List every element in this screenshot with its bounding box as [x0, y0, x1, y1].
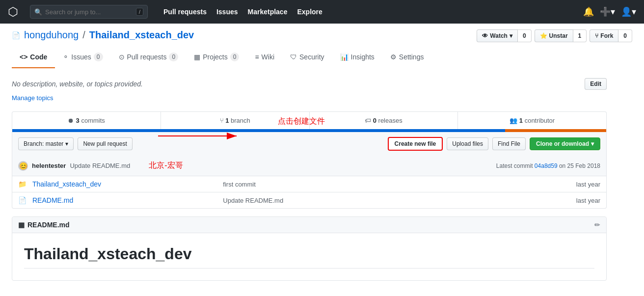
pr-badge: 0: [169, 53, 178, 61]
readme-edit-icon[interactable]: ✏: [594, 221, 600, 229]
readme-icon: ▦: [18, 221, 25, 229]
repo-description-row: No description, website, or topics provi…: [12, 78, 607, 90]
commits-count: 3: [76, 117, 80, 124]
releases-stat[interactable]: 🏷 0 releases: [310, 112, 458, 129]
branch-icon: ⑂: [220, 117, 224, 124]
nav-explore[interactable]: Explore: [297, 8, 322, 16]
nav-marketplace[interactable]: Marketplace: [248, 8, 288, 16]
toolbar: Branch: master ▾ New pull request 点击创建文件…: [12, 132, 607, 156]
tab-projects[interactable]: ▦ Projects 0: [186, 47, 247, 68]
upload-files-button[interactable]: Upload files: [447, 137, 488, 150]
repo-description-text: No description, website, or topics provi…: [12, 80, 143, 88]
clone-label: Clone or download: [536, 140, 589, 147]
github-logo-icon[interactable]: ⬡: [8, 5, 18, 19]
readme-content: Thailand_xsteach_dev: [12, 233, 606, 280]
manage-topics-link[interactable]: Manage topics: [12, 94, 54, 102]
tab-issues[interactable]: ⚬ Issues 0: [55, 47, 110, 68]
search-icon: 🔍: [34, 8, 42, 16]
header-right: 🔔 ➕▾ 👤▾: [583, 6, 636, 17]
tag-icon: 🏷: [365, 117, 371, 124]
releases-label: releases: [378, 117, 402, 124]
fork-button[interactable]: ⑂ Fork: [590, 29, 618, 42]
security-icon: 🛡: [290, 53, 297, 61]
branch-selector-label: Branch: master: [24, 140, 63, 147]
fork-group: ⑂ Fork 0: [590, 29, 632, 42]
file-name-link[interactable]: Thailand_xsteach_dev: [32, 180, 219, 188]
nav-pull-requests[interactable]: Pull requests: [163, 8, 207, 16]
stats-bar: ⏺ 3 commits ⑂ 1 branch 🏷 0 releases 👥 1 …: [12, 111, 607, 132]
watch-group: 👁 Watch ▾ 0: [477, 29, 531, 42]
branch-selector[interactable]: Branch: master ▾: [18, 137, 74, 150]
file-table: 😊 helentester Update README.md 北京-宏哥 Lat…: [12, 156, 607, 209]
unstar-button[interactable]: ⭐ Unstar: [535, 29, 573, 42]
nav-issues[interactable]: Issues: [216, 8, 238, 16]
bell-icon[interactable]: 🔔: [583, 6, 594, 17]
main-content: No description, website, or topics provi…: [0, 68, 618, 291]
author-avatar: 😊: [18, 161, 28, 171]
fork-count[interactable]: 0: [618, 29, 632, 42]
readme-header: ▦ README.md ✏: [12, 217, 606, 233]
commit-author[interactable]: helentester: [32, 162, 66, 169]
beijing-annotation: 北京-宏哥: [149, 161, 183, 171]
search-box: 🔍 /: [30, 5, 148, 19]
file-row: 📁 Thailand_xsteach_dev first commit last…: [12, 176, 606, 192]
tab-settings[interactable]: ⚙ Settings: [382, 47, 432, 68]
star-group: ⭐ Unstar 1: [535, 29, 587, 42]
settings-icon: ⚙: [390, 53, 397, 61]
chevron-icon: ▾: [510, 32, 512, 39]
commit-right: Latest commit 04a8d59 on 25 Feb 2018: [496, 162, 600, 169]
repo-tabs: <> Code ⚬ Issues 0 ⊙ Pull requests 0 ▦ P…: [12, 47, 632, 68]
commit-info-row: 😊 helentester Update README.md 北京-宏哥 Lat…: [12, 156, 606, 176]
new-pull-request-button[interactable]: New pull request: [78, 137, 132, 150]
contributors-stat[interactable]: 👥 1 contributor: [458, 112, 606, 129]
repo-owner-link[interactable]: hongduhong: [24, 29, 79, 41]
file-time: last year: [507, 181, 600, 188]
commits-stat[interactable]: ⏺ 3 commits: [12, 112, 161, 129]
issues-icon: ⚬: [63, 53, 69, 61]
repo-name-link[interactable]: Thailand_xsteach_dev: [89, 29, 194, 41]
commit-hash-link[interactable]: 04a8d59: [535, 162, 558, 169]
clone-chevron-icon: ▾: [591, 140, 594, 147]
folder-icon: 📁: [18, 180, 27, 188]
watch-button[interactable]: 👁 Watch ▾: [477, 29, 518, 42]
tab-wiki[interactable]: ≡ Wiki: [247, 47, 282, 68]
tab-code[interactable]: <> Code: [12, 47, 55, 68]
clone-or-download-button[interactable]: Clone or download ▾: [530, 137, 600, 150]
pr-icon: ⊙: [119, 53, 125, 61]
commits-icon: ⏺: [68, 117, 74, 124]
tab-insights[interactable]: 📊 Insights: [332, 47, 382, 68]
edit-description-button[interactable]: Edit: [585, 78, 607, 90]
contributors-count: 1: [519, 117, 523, 124]
find-file-button[interactable]: Find File: [492, 137, 526, 150]
watch-count[interactable]: 0: [518, 29, 532, 42]
readme-name-link[interactable]: README.md: [32, 196, 219, 204]
code-icon: <>: [20, 53, 27, 61]
repo-actions: 👁 Watch ▾ 0 ⭐ Unstar 1 ⑂ Fork 0: [477, 29, 632, 42]
readme-time: last year: [507, 197, 600, 204]
releases-count: 0: [373, 117, 376, 124]
eye-icon: 👁: [482, 32, 488, 39]
stats-row: ⏺ 3 commits ⑂ 1 branch 🏷 0 releases 👥 1 …: [12, 112, 606, 129]
readme-file-icon: 📄: [18, 196, 27, 204]
commit-date: on 25 Feb 2018: [559, 162, 600, 169]
readme-title: ▦ README.md: [18, 221, 70, 229]
insights-icon: 📊: [340, 53, 349, 61]
tab-pull-requests[interactable]: ⊙ Pull requests 0: [111, 47, 187, 68]
plus-icon[interactable]: ➕▾: [600, 6, 615, 17]
projects-badge: 0: [230, 53, 240, 61]
star-count[interactable]: 1: [573, 29, 587, 42]
readme-box: ▦ README.md ✏ Thailand_xsteach_dev: [12, 216, 607, 281]
avatar-icon[interactable]: 👤▾: [621, 6, 636, 17]
search-input[interactable]: [45, 8, 133, 16]
readme-description: Update README.md: [223, 197, 503, 204]
projects-icon: ▦: [194, 53, 200, 61]
file-description: first commit: [223, 181, 503, 188]
search-kbd: /: [136, 8, 143, 16]
commit-message: Update README.md: [70, 162, 130, 169]
book-icon: 📄: [12, 31, 20, 39]
repo-header: 📄 hongduhong / Thailand_xsteach_dev 👁 Wa…: [0, 24, 644, 68]
create-new-file-button[interactable]: Create new file: [388, 137, 443, 151]
branches-stat[interactable]: ⑂ 1 branch: [161, 112, 310, 129]
readme-heading: Thailand_xsteach_dev: [24, 245, 594, 269]
tab-security[interactable]: 🛡 Security: [282, 47, 332, 68]
